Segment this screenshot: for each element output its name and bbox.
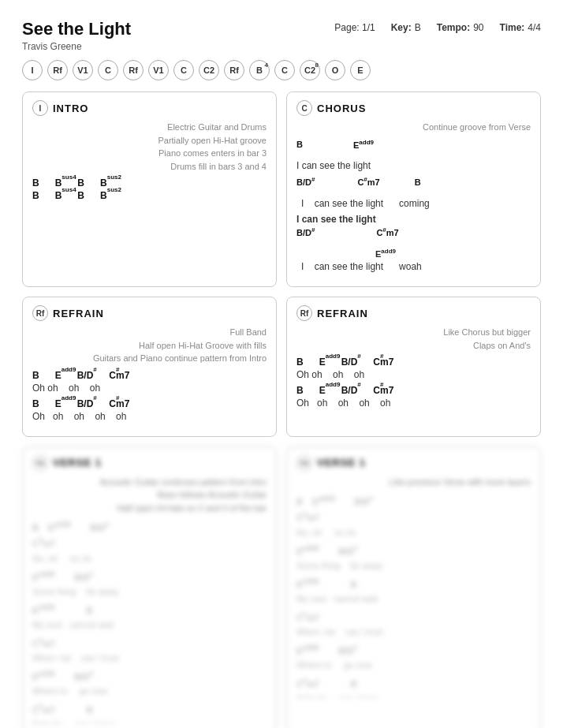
nav-bubble-B4[interactable]: B4 (249, 60, 270, 80)
refrain2-subtitle: Like Chorus but bigger Claps on And's (296, 326, 531, 352)
chorus-lyric-1: I can see the light (296, 160, 531, 171)
intro-section: I INTRO Electric Guitar and Drums Partia… (22, 91, 277, 287)
chorus-line-3-lyric: I can see the light (296, 214, 531, 225)
chord-Bsus2-2: Bsus2 (100, 190, 107, 201)
chord-Bsus4-1: Bsus4 (55, 177, 62, 189)
refrain2-lyric-1: Oh oh oh oh (296, 369, 531, 380)
intro-subtitle: Electric Guitar and Drums Partially open… (32, 121, 267, 173)
refrain2-lyric-2: Oh oh oh oh oh (296, 398, 531, 409)
chorus-chord-row-2: B/D# C#m7 B (296, 176, 531, 198)
nav-bubble-E[interactable]: E (350, 60, 371, 80)
chord-B2: B (77, 177, 84, 189)
chorus-chord-BD2: B/D# (296, 226, 315, 248)
nav-bubble-Rf3[interactable]: Rf (224, 60, 244, 80)
nav-bubble-O[interactable]: O (325, 60, 345, 80)
chord-Bsus2-1: Bsus2 (100, 177, 107, 189)
chorus-subtitle: Continue groove from Verse (296, 121, 531, 134)
chorus-chord-BD: B/D# (296, 176, 315, 198)
song-title: See the Light (22, 19, 131, 39)
refrain1-section: Rf REFRAIN Full Band Half open Hi-Hat Gr… (22, 297, 277, 437)
refrain1-header: Rf REFRAIN (32, 305, 267, 321)
verse2-right-content: B Eadd9 B/D# C#m7 No, oh no oh Eadd9 B/D… (296, 493, 531, 698)
intro-title: INTRO (53, 103, 88, 114)
refrain1-lyric-1: Oh oh oh oh (32, 383, 267, 394)
nav-bubble-C28[interactable]: C28 (300, 60, 320, 80)
refrain2-section: Rf REFRAIN Like Chorus but bigger Claps … (286, 297, 541, 437)
chorus-chord-row-4: B/D# C#m7 (296, 226, 531, 248)
chorus-line-1: B Eadd9 I can see the light (296, 139, 531, 172)
verse1-left-bubble: V1 (32, 455, 48, 471)
nav-bubble-C2[interactable]: C (173, 60, 194, 80)
chorus-lyric-2: I can see the light coming (296, 198, 531, 209)
verse1-left-header: V1 VERSE 1 (32, 455, 267, 471)
refrain2-line-2: B Eadd9 B/D# C#m7 Oh oh oh oh oh (296, 385, 531, 409)
nav-bubble-V1a[interactable]: V1 (73, 60, 93, 80)
chord-B1: B (32, 177, 39, 189)
chorus-chord-B2: B (415, 177, 421, 198)
refrain1-chord-row-1: B Eadd9 B/D# C#m7 (32, 370, 267, 381)
chorus-eadd9-label: Eadd9 (296, 248, 531, 259)
verse2-right-header: V1 VERSE 1 (296, 455, 531, 471)
time-info: Time: 4/4 (500, 22, 541, 33)
verse2-right-bubble: V1 (296, 455, 312, 471)
refrain2-line-1: B Eadd9 B/D# C#m7 Oh oh oh oh (296, 357, 531, 380)
nav-bubble-V1b[interactable]: V1 (148, 60, 169, 80)
chorus-title: CHORUS (317, 103, 366, 114)
refrain2-label-bubble: Rf (296, 305, 312, 321)
page-info: Page: 1/1 (334, 22, 375, 33)
refrain2-header: Rf REFRAIN (296, 305, 531, 321)
header-right: Page: 1/1 Key: B Tempo: 90 Time: 4/4 (334, 19, 541, 33)
refrain2-chord-row-1: B Eadd9 B/D# C#m7 (296, 357, 531, 368)
chorus-chord-B: B (296, 140, 303, 160)
chord-Bsus4-2: Bsus4 (55, 190, 62, 201)
chorus-chord-Cshm7-1: C#m7 (357, 176, 379, 198)
section-navigation: I Rf V1 C Rf V1 C C2 Rf B4 C C28 O E (22, 60, 541, 80)
nav-bubble-C1[interactable]: C (98, 60, 118, 80)
tempo-info: Tempo: 90 (437, 22, 484, 33)
chorus-chord-row-1: B Eadd9 (296, 139, 531, 161)
verse2-right-title: VERSE 1 (317, 457, 366, 469)
verse1-left-content: B Eadd9 B/D# C#m7 No, oh no oh Eadd9 B/D… (32, 519, 267, 724)
refrain1-line-2: B Eadd9 B/D# C#m7 Oh oh oh oh oh (32, 398, 267, 422)
song-artist: Travis Greene (22, 41, 131, 52)
chord-B4: B (77, 190, 84, 201)
intro-header: I INTRO (32, 100, 267, 116)
header-left: See the Light Travis Greene (22, 19, 131, 52)
refrain2-chord-row-2: B Eadd9 B/D# C#m7 (296, 385, 531, 396)
nav-bubble-I[interactable]: I (22, 60, 43, 80)
chorus-chord-Eadd9-1: Eadd9 (353, 139, 374, 161)
refrain1-line-1: B Eadd9 B/D# C#m7 Oh oh oh oh (32, 370, 267, 394)
refrain1-lyric-2: Oh oh oh oh oh (32, 411, 267, 422)
refrain1-chord-row-2: B Eadd9 B/D# C#m7 (32, 398, 267, 409)
intro-chord-row-2: B Bsus4 B Bsus2 (32, 190, 267, 201)
intro-label-bubble: I (32, 100, 48, 116)
key-info: Key: B (391, 22, 421, 33)
nav-bubble-C3[interactable]: C (274, 60, 295, 80)
chorus-label-bubble: C (296, 100, 312, 116)
refrain1-label-bubble: Rf (32, 305, 48, 321)
refrain1-subtitle: Full Band Half open Hi-Hat Groove with f… (32, 326, 267, 365)
refrain2-title: REFRAIN (317, 308, 368, 319)
refrain1-title: REFRAIN (53, 308, 104, 319)
verse1-left-title: VERSE 1 (53, 457, 102, 469)
nav-bubble-Rf1[interactable]: Rf (47, 60, 68, 80)
nav-bubble-C2b[interactable]: C2 (199, 60, 219, 80)
verse2-right-section: V1 VERSE 1 Like previous Verse with more… (286, 446, 541, 728)
verse2-right-subtitle: Like previous Verse with more layers (296, 476, 531, 489)
chorus-chord-Cshm7-2: C#m7 (376, 226, 398, 248)
chorus-section: C CHORUS Continue groove from Verse B Ea… (286, 91, 541, 287)
chorus-line-4: B/D# C#m7 Eadd9 I can see the light woah (296, 226, 531, 273)
chorus-header: C CHORUS (296, 100, 531, 116)
chord-B3: B (32, 190, 39, 201)
verse1-left-subtitle: Acoustic Guitar continues pattern from i… (32, 476, 267, 515)
page-header: See the Light Travis Greene Page: 1/1 Ke… (22, 19, 541, 52)
nav-bubble-Rf2[interactable]: Rf (123, 60, 144, 80)
chorus-line-2: B/D# C#m7 B I can see the light coming (296, 176, 531, 209)
main-grid: I INTRO Electric Guitar and Drums Partia… (22, 91, 541, 728)
chorus-lyric-4: I can see the light woah (296, 261, 531, 272)
verse1-left-section: V1 VERSE 1 Acoustic Guitar continues pat… (22, 446, 277, 728)
